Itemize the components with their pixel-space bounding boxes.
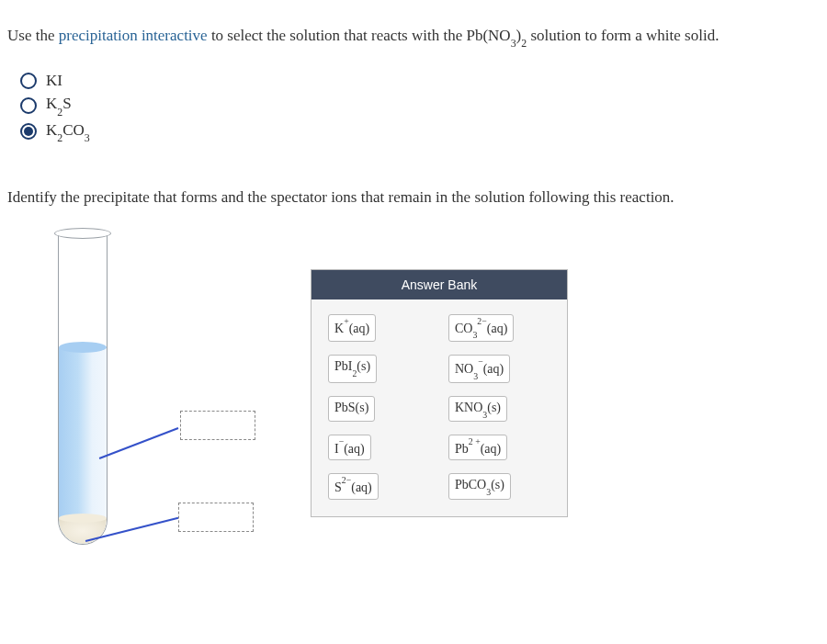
opt-b-suf: S <box>62 95 71 112</box>
radio-circle-ki[interactable] <box>20 73 37 89</box>
c6c: (aq) <box>344 441 365 455</box>
test-tube-diagram <box>7 232 274 582</box>
radio-option-ki[interactable]: KI <box>20 72 820 90</box>
radio-label-k2s: K2S <box>46 95 72 116</box>
stage: Answer Bank K+(aq) CO32−(aq) PbI2(s) NO3… <box>7 232 820 582</box>
chip-co3-2minus[interactable]: CO32−(aq) <box>448 314 514 342</box>
c1c: 2− <box>477 316 486 326</box>
chip-pbco3[interactable]: PbCO3(s) <box>448 473 511 500</box>
c7a: Pb <box>455 441 469 455</box>
radio-group: KI K2S K2CO3 <box>20 72 820 142</box>
chip-no3-minus[interactable]: NO3−(aq) <box>448 355 510 382</box>
c1b: 3 <box>472 330 477 340</box>
c9a: PbCO <box>455 478 486 491</box>
c3d: (aq) <box>483 362 504 376</box>
c3a: NO <box>455 362 473 376</box>
lead-line-solution <box>99 427 178 458</box>
answer-bank-header: Answer Bank <box>312 270 567 299</box>
chip-s2minus[interactable]: S2−(aq) <box>328 473 379 500</box>
radio-option-k2s[interactable]: K2S <box>20 95 820 116</box>
c9b: 3 <box>486 487 491 497</box>
c6b: − <box>339 436 345 446</box>
c5a: KNO <box>455 401 482 414</box>
c8b: 2− <box>342 475 351 485</box>
c0b: + <box>344 316 349 326</box>
opt-c-pre: K <box>46 121 57 139</box>
q1-tail: solution to form a white solid. <box>527 27 719 44</box>
c5b: 3 <box>482 410 487 420</box>
chip-kno3[interactable]: KNO3(s) <box>448 396 507 422</box>
question-2-text: Identify the precipitate that forms and … <box>7 188 820 207</box>
c1a: CO <box>455 322 472 335</box>
question-1-text: Use the precipitation interactive to sel… <box>7 24 820 50</box>
opt-b-sub: 2 <box>57 106 62 119</box>
q1-mid: to select the solution that reacts with … <box>208 27 511 44</box>
radio-option-k2co3[interactable]: K2CO3 <box>20 121 820 142</box>
q1-sub1: 3 <box>511 37 516 50</box>
precipitate-solid <box>59 518 107 544</box>
c8c: (aq) <box>351 480 372 494</box>
drop-target-precipitate[interactable] <box>178 503 254 532</box>
c6a: I <box>334 441 339 455</box>
c2a: PbI <box>334 359 352 373</box>
precipitation-interactive-link[interactable]: precipitation interactive <box>59 27 208 44</box>
answer-bank-body: K+(aq) CO32−(aq) PbI2(s) NO3−(aq) PbS(s)… <box>312 299 567 516</box>
q1-sub2: 2 <box>521 37 527 50</box>
c2b: 2 <box>352 368 357 378</box>
radio-circle-k2co3[interactable] <box>20 123 37 140</box>
chip-i-minus[interactable]: I−(aq) <box>328 435 371 461</box>
c7c: (aq) <box>481 441 502 455</box>
test-tube <box>58 232 108 545</box>
radio-label-ki: KI <box>46 72 62 90</box>
chip-k-plus[interactable]: K+(aq) <box>328 314 376 342</box>
c3c: − <box>478 356 483 367</box>
opt-c-mid: CO <box>62 121 85 139</box>
drop-target-solution[interactable] <box>180 411 255 440</box>
opt-c-sub1: 2 <box>57 131 62 144</box>
c3b: 3 <box>473 371 478 381</box>
chip-pb2plus[interactable]: Pb2 +(aq) <box>448 435 507 461</box>
c7b: 2 + <box>469 436 481 446</box>
chip-pbs[interactable]: PbS(s) <box>328 396 375 422</box>
tube-rim <box>54 228 111 239</box>
radio-label-k2co3: K2CO3 <box>46 121 90 142</box>
c0a: K <box>334 322 344 335</box>
c0c: (aq) <box>349 322 370 335</box>
c9c: (s) <box>491 478 504 491</box>
answer-bank: Answer Bank K+(aq) CO32−(aq) PbI2(s) NO3… <box>311 269 568 517</box>
c2c: (s) <box>357 359 370 373</box>
opt-b-pre: K <box>46 95 57 112</box>
chip-pbi2[interactable]: PbI2(s) <box>328 355 377 382</box>
c1d: (aq) <box>487 322 508 335</box>
c8a: S <box>334 480 342 494</box>
c5c: (s) <box>487 401 501 414</box>
opt-c-sub2: 3 <box>85 131 90 144</box>
q1-prefix: Use the <box>7 27 59 44</box>
radio-circle-k2s[interactable] <box>20 97 37 114</box>
c4a: PbS(s) <box>334 401 368 414</box>
